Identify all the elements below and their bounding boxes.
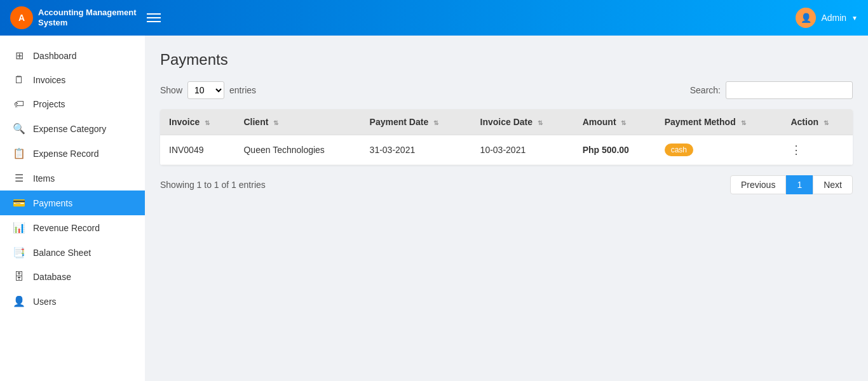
page-title: Payments	[160, 51, 853, 69]
payments-icon: 💳	[13, 197, 25, 209]
search-input[interactable]	[726, 81, 853, 99]
sidebar-item-label: Projects	[33, 99, 65, 109]
sidebar-item-label: Balance Sheet	[33, 248, 91, 258]
revenue-record-icon: 📊	[13, 222, 25, 234]
col-action[interactable]: Action ⇅	[782, 109, 853, 135]
sidebar-item-label: Revenue Record	[33, 223, 100, 233]
col-invoice-date[interactable]: Invoice Date ⇅	[471, 109, 574, 135]
sidebar-item-expense-category[interactable]: 🔍 Expense Category	[0, 116, 145, 141]
table-header-row: Invoice ⇅ Client ⇅ Payment Date ⇅ Invoic…	[160, 109, 853, 135]
pagination-info: Showing 1 to 1 of 1 entries	[160, 180, 266, 190]
database-icon: 🗄	[13, 271, 25, 283]
sidebar-item-label: Expense Record	[33, 149, 99, 159]
sort-payment-method-icon: ⇅	[741, 119, 746, 126]
sort-payment-date-icon: ⇅	[433, 119, 438, 126]
sidebar: ⊞ Dashboard 🗒 Invoices 🏷 Projects 🔍 Expe…	[0, 36, 145, 381]
cell-action[interactable]: ⋮	[782, 135, 853, 165]
invoices-icon: 🗒	[13, 74, 25, 86]
col-payment-date[interactable]: Payment Date ⇅	[361, 109, 471, 135]
controls-row: Show 10 25 50 100 entries Search:	[160, 81, 853, 99]
search-area: Search:	[690, 81, 853, 99]
sort-invoice-date-icon: ⇅	[538, 119, 543, 126]
main-content: Payments Show 10 25 50 100 entries Searc…	[145, 36, 868, 381]
cell-payment-method: cash	[656, 135, 782, 165]
sidebar-item-dashboard[interactable]: ⊞ Dashboard	[0, 43, 145, 68]
logo-text: Accounting Management System	[38, 8, 137, 27]
col-payment-method[interactable]: Payment Method ⇅	[656, 109, 782, 135]
logo-area: A Accounting Management System	[10, 6, 137, 29]
page-1-button[interactable]: 1	[786, 175, 813, 194]
sidebar-item-label: Items	[33, 173, 55, 184]
action-dots-button[interactable]: ⋮	[790, 144, 803, 156]
sidebar-item-balance-sheet[interactable]: 📑 Balance Sheet	[0, 240, 145, 265]
admin-label: Admin	[821, 13, 846, 23]
dashboard-icon: ⊞	[13, 50, 25, 62]
items-icon: ☰	[13, 172, 25, 184]
payments-table: Invoice ⇅ Client ⇅ Payment Date ⇅ Invoic…	[160, 109, 853, 165]
sidebar-item-label: Expense Category	[33, 124, 106, 134]
pagination-controls: Previous 1 Next	[730, 175, 853, 194]
table-row: INV0049 Queen Technologies 31-03-2021 10…	[160, 135, 853, 165]
pagination-row: Showing 1 to 1 of 1 entries Previous 1 N…	[160, 175, 853, 194]
header-left: A Accounting Management System	[10, 6, 161, 29]
expense-record-icon: 📋	[13, 147, 25, 159]
sidebar-item-revenue-record[interactable]: 📊 Revenue Record	[0, 215, 145, 240]
sort-invoice-icon: ⇅	[205, 119, 210, 126]
sort-action-icon: ⇅	[824, 119, 829, 126]
hamburger-button[interactable]	[147, 13, 161, 22]
payments-table-wrapper: Invoice ⇅ Client ⇅ Payment Date ⇅ Invoic…	[160, 109, 853, 165]
sidebar-item-payments[interactable]: 💳 Payments	[0, 190, 145, 215]
sidebar-item-label: Invoices	[33, 75, 65, 85]
header-right: 👤 Admin ▼	[796, 8, 858, 28]
show-entries: Show 10 25 50 100 entries	[160, 81, 256, 99]
show-label: Show	[160, 85, 182, 95]
sidebar-item-expense-record[interactable]: 📋 Expense Record	[0, 141, 145, 166]
sort-amount-icon: ⇅	[621, 119, 626, 126]
col-amount[interactable]: Amount ⇅	[574, 109, 656, 135]
sidebar-item-items[interactable]: ☰ Items	[0, 166, 145, 190]
previous-button[interactable]: Previous	[730, 175, 786, 194]
avatar: 👤	[796, 8, 816, 28]
logo-icon: A	[10, 6, 33, 29]
col-invoice[interactable]: Invoice ⇅	[160, 109, 234, 135]
cell-payment-date: 31-03-2021	[361, 135, 471, 165]
users-icon: 👤	[13, 295, 25, 307]
entries-label: entries	[229, 85, 256, 95]
sidebar-item-invoices[interactable]: 🗒 Invoices	[0, 68, 145, 92]
sidebar-item-projects[interactable]: 🏷 Projects	[0, 92, 145, 116]
sidebar-item-label: Database	[33, 272, 71, 282]
header: A Accounting Management System 👤 Admin ▼	[0, 0, 868, 36]
entries-select[interactable]: 10 25 50 100	[187, 81, 224, 99]
sidebar-item-label: Payments	[33, 198, 72, 208]
projects-icon: 🏷	[13, 98, 25, 110]
layout: ⊞ Dashboard 🗒 Invoices 🏷 Projects 🔍 Expe…	[0, 36, 868, 381]
col-client[interactable]: Client ⇅	[234, 109, 360, 135]
admin-dropdown-caret[interactable]: ▼	[851, 15, 858, 22]
sidebar-item-label: Users	[33, 297, 57, 307]
search-label: Search:	[690, 85, 721, 95]
balance-sheet-icon: 📑	[13, 246, 25, 258]
sidebar-item-label: Dashboard	[33, 51, 77, 61]
sort-client-icon: ⇅	[273, 119, 278, 126]
next-button[interactable]: Next	[813, 175, 853, 194]
expense-category-icon: 🔍	[13, 123, 25, 135]
sidebar-item-users[interactable]: 👤 Users	[0, 289, 145, 314]
cell-invoice-date: 10-03-2021	[471, 135, 574, 165]
cell-amount: Php 500.00	[574, 135, 656, 165]
cell-client: Queen Technologies	[234, 135, 360, 165]
cash-badge: cash	[665, 144, 693, 156]
cell-invoice: INV0049	[160, 135, 234, 165]
sidebar-item-database[interactable]: 🗄 Database	[0, 265, 145, 289]
